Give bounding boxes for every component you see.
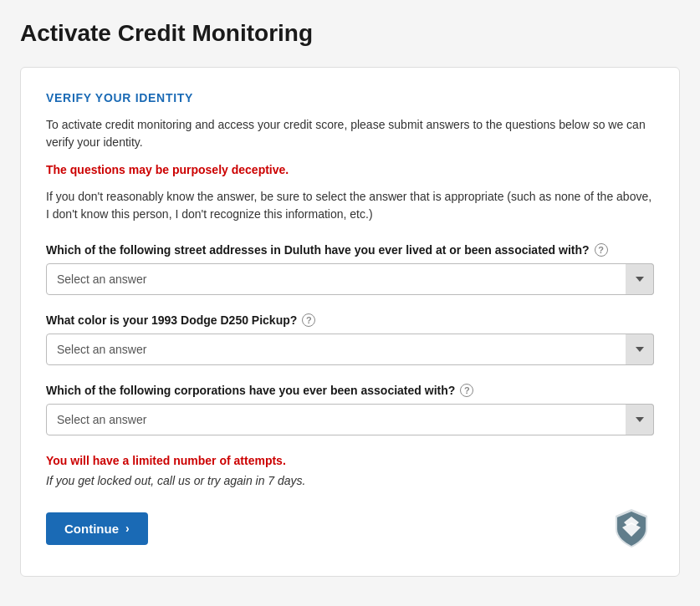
question-label-3: Which of the following corporations have… (46, 384, 654, 397)
select-wrapper-2: Select an answer (46, 334, 654, 365)
brand-shield-icon (609, 506, 654, 551)
warning-text: The questions may be purposely deceptive… (46, 163, 654, 176)
select-wrapper-1: Select an answer (46, 263, 654, 295)
answer-select-2[interactable]: Select an answer (46, 334, 654, 365)
footer-row: Continue › (46, 506, 654, 551)
page-title: Activate Credit Monitoring (20, 20, 680, 47)
info-text: If you don't reasonably know the answer,… (46, 188, 654, 223)
question-text-2: What color is your 1993 Dodge D250 Picku… (46, 313, 297, 327)
answer-select-1[interactable]: Select an answer (46, 263, 654, 295)
question-label-2: What color is your 1993 Dodge D250 Picku… (46, 313, 654, 327)
select-wrapper-3: Select an answer (46, 404, 654, 435)
continue-button[interactable]: Continue › (46, 512, 148, 545)
question-block-1: Which of the following street addresses … (46, 243, 654, 295)
section-title: VERIFY YOUR IDENTITY (46, 91, 654, 104)
continue-arrow-icon: › (125, 522, 130, 535)
lockout-note: If you get locked out, call us or try ag… (46, 474, 654, 487)
help-icon-3[interactable]: ? (460, 384, 473, 397)
intro-text: To activate credit monitoring and access… (46, 116, 654, 151)
question-block-3: Which of the following corporations have… (46, 384, 654, 435)
question-text-1: Which of the following street addresses … (46, 243, 590, 257)
question-text-3: Which of the following corporations have… (46, 384, 455, 397)
help-icon-2[interactable]: ? (302, 313, 315, 327)
limited-warning: You will have a limited number of attemp… (46, 454, 654, 467)
help-icon-1[interactable]: ? (595, 243, 608, 257)
question-block-2: What color is your 1993 Dodge D250 Picku… (46, 313, 654, 365)
answer-select-3[interactable]: Select an answer (46, 404, 654, 435)
main-card: VERIFY YOUR IDENTITY To activate credit … (20, 67, 680, 577)
question-label-1: Which of the following street addresses … (46, 243, 654, 257)
continue-label: Continue (64, 522, 119, 536)
